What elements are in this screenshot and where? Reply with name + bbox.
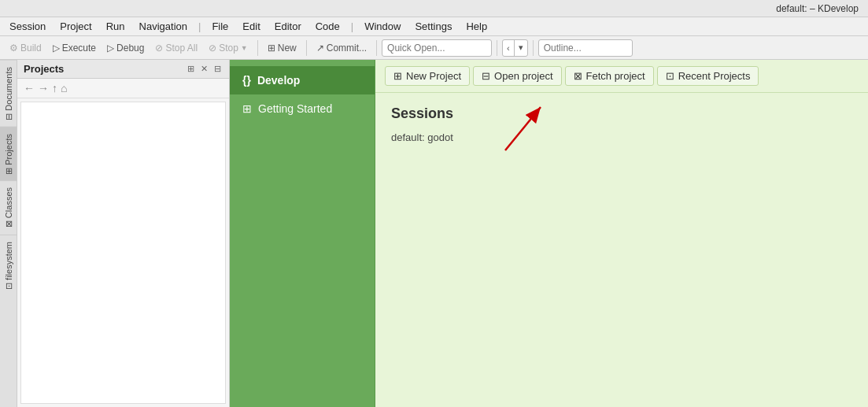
menu-session[interactable]: Session	[3, 19, 52, 34]
projects-float-icon[interactable]: ⊞	[186, 63, 196, 75]
projects-min-icon[interactable]: ⊟	[212, 63, 223, 75]
stop-all-icon: ⊘	[155, 43, 163, 54]
commit-icon: ↗	[316, 43, 324, 54]
stop-all-button[interactable]: ⊘ Stop All	[150, 41, 202, 55]
sidebar-tab-documents[interactable]: ⊟ Documents	[0, 60, 17, 127]
menu-window[interactable]: Window	[358, 19, 407, 34]
filesystem-icon: ⊡	[3, 282, 13, 289]
projects-up-icon[interactable]: ↑	[52, 82, 57, 94]
documents-icon: ⊟	[3, 113, 13, 120]
main-layout: ⊟ Documents ⊞ Projects ⊠ Classes ⊡ files…	[0, 60, 868, 407]
menu-project[interactable]: Project	[54, 19, 98, 34]
classes-icon: ⊠	[3, 221, 13, 228]
stop-button[interactable]: ⊘ Stop ▼	[204, 41, 253, 55]
toolbar-separator-4	[497, 40, 497, 56]
left-sidebar-tabs: ⊟ Documents ⊞ Projects ⊠ Classes ⊡ files…	[0, 60, 17, 407]
menu-file[interactable]: File	[205, 19, 235, 34]
projects-icon: ⊞	[3, 167, 13, 174]
new-project-icon: ⊞	[393, 70, 402, 82]
quick-open-input[interactable]	[382, 39, 492, 57]
new-icon: ⊞	[268, 43, 275, 54]
menu-settings[interactable]: Settings	[408, 19, 458, 34]
open-project-icon: ⊟	[482, 70, 490, 82]
menu-editor[interactable]: Editor	[268, 19, 308, 34]
menu-sep2: |	[348, 20, 356, 32]
toolbar-separator-3	[376, 40, 377, 56]
projects-header-icons: ⊞ ✕ ⊟	[186, 63, 223, 75]
open-project-button[interactable]: ⊟ Open project	[473, 66, 561, 86]
outline-input[interactable]	[538, 39, 633, 57]
recent-projects-button[interactable]: ⊡ Recent Projects	[657, 66, 759, 86]
nav-item-develop[interactable]: {} Develop	[230, 66, 375, 94]
projects-close-icon[interactable]: ✕	[199, 63, 209, 75]
debug-button[interactable]: ▷ Debug	[102, 41, 149, 55]
sessions-title: Sessions	[391, 105, 852, 122]
menu-edit[interactable]: Edit	[236, 19, 266, 34]
projects-fwd-icon[interactable]: →	[38, 82, 49, 94]
menu-navigation[interactable]: Navigation	[133, 19, 194, 34]
sidebar-tab-filesystem[interactable]: ⊡ filesystem	[0, 235, 17, 296]
projects-title: Projects	[24, 63, 64, 75]
sidebar-tab-projects[interactable]: ⊞ Projects	[0, 127, 17, 181]
menu-sep1: |	[195, 20, 204, 32]
menu-run[interactable]: Run	[100, 19, 131, 34]
execute-button[interactable]: ▷ Execute	[48, 41, 101, 55]
toolbar-separator-2	[306, 40, 307, 56]
nav-back-button[interactable]: ‹	[503, 40, 514, 56]
toolbar: ⚙ Build ▷ Execute ▷ Debug ⊘ Stop All ⊘ S…	[0, 36, 868, 60]
fetch-project-button[interactable]: ⊠ Fetch project	[565, 66, 654, 86]
projects-toolbar: ← → ↑ ⌂	[17, 79, 229, 98]
nav-arrows: ‹ ▾	[502, 39, 528, 57]
title-text: default: – KDevelop	[776, 3, 859, 14]
develop-icon: {}	[242, 74, 251, 87]
content-area: ⊞ New Project ⊟ Open project ⊠ Fetch pro…	[375, 60, 868, 407]
toolbar-separator-5	[533, 40, 534, 56]
execute-icon: ▷	[53, 43, 60, 54]
menu-help[interactable]: Help	[460, 19, 493, 34]
commit-button[interactable]: ↗ Commit...	[312, 41, 371, 55]
recent-projects-icon: ⊡	[666, 70, 674, 82]
projects-panel: Projects ⊞ ✕ ⊟ ← → ↑ ⌂	[17, 60, 230, 407]
build-icon: ⚙	[9, 43, 18, 54]
nav-dropdown-button[interactable]: ▾	[515, 40, 527, 56]
nav-panel: {} Develop ⊞ Getting Started	[230, 60, 375, 407]
content-inner: Sessions default: godot	[375, 93, 868, 407]
toolbar-separator-1	[257, 40, 258, 56]
session-item-godot[interactable]: default: godot	[391, 131, 852, 143]
getting-started-icon: ⊞	[242, 102, 252, 115]
nav-item-getting-started[interactable]: ⊞ Getting Started	[230, 94, 375, 123]
build-button[interactable]: ⚙ Build	[5, 41, 46, 55]
menu-bar: Session Project Run Navigation | File Ed…	[0, 17, 868, 36]
projects-header: Projects ⊞ ✕ ⊟	[17, 60, 229, 79]
projects-back-icon[interactable]: ←	[24, 82, 35, 94]
content-toolbar: ⊞ New Project ⊟ Open project ⊠ Fetch pro…	[375, 60, 868, 93]
stop-dropdown-icon: ▼	[241, 44, 248, 52]
menu-code[interactable]: Code	[309, 19, 346, 34]
new-button[interactable]: ⊞ New	[263, 41, 301, 55]
sidebar-tab-classes[interactable]: ⊠ Classes	[0, 180, 17, 234]
title-bar: default: – KDevelop	[0, 0, 868, 17]
debug-icon: ▷	[107, 43, 114, 54]
projects-content	[20, 102, 226, 404]
projects-home-icon[interactable]: ⌂	[61, 82, 67, 94]
fetch-project-icon: ⊠	[574, 70, 582, 82]
new-project-button[interactable]: ⊞ New Project	[385, 66, 470, 86]
stop-icon: ⊘	[209, 43, 216, 54]
